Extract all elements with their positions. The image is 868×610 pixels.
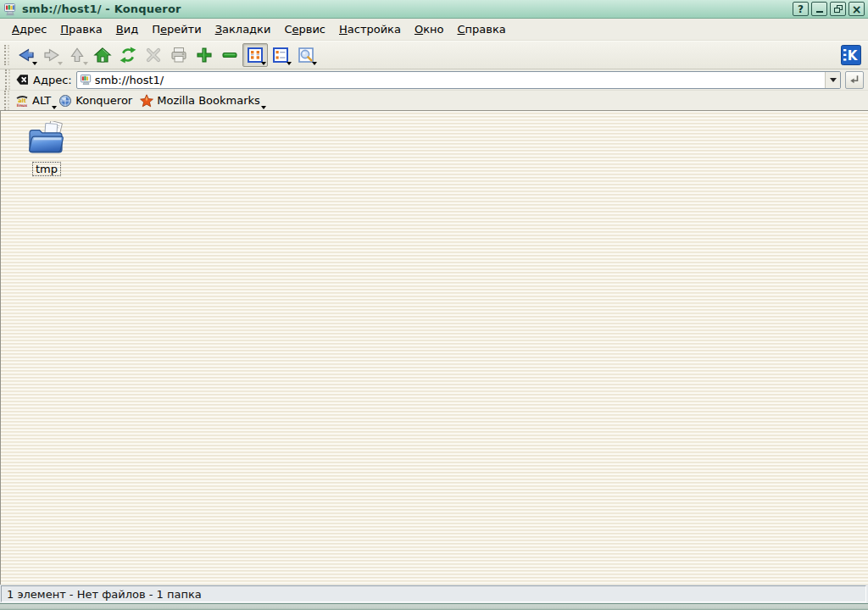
dropdown-indicator <box>261 106 266 109</box>
dropdown-indicator <box>32 62 37 65</box>
bookmark-item-alt[interactable]: alt linux ALT <box>14 93 57 108</box>
printer-icon <box>170 46 188 64</box>
menu-label-part: А <box>12 23 19 36</box>
menu-item-tools[interactable]: Сервис <box>277 19 332 39</box>
location-toolbar: Адрес: <box>0 69 868 91</box>
menu-label-part: З <box>215 23 222 36</box>
dropdown-indicator <box>287 62 292 65</box>
menu-label-part: астройка <box>348 23 401 36</box>
menu-label-part: С <box>457 23 465 36</box>
stop-x-icon <box>144 46 163 64</box>
network-monitor-icon <box>3 3 17 16</box>
zoom-out-button[interactable] <box>217 43 242 67</box>
green-plus-icon <box>195 46 214 64</box>
file-view[interactable]: tmp <box>0 110 868 585</box>
menu-label-part: П <box>60 23 69 36</box>
menu-label-part: равка <box>69 23 103 36</box>
icon-view-button[interactable] <box>242 43 268 67</box>
reload-icon <box>119 46 137 64</box>
bookmark-label: Mozilla Bookmarks <box>157 94 260 107</box>
toolbar-drag-handle[interactable] <box>4 91 9 111</box>
home-button[interactable] <box>90 43 115 67</box>
menu-label-part: П <box>152 23 160 36</box>
chevron-down-icon <box>830 78 837 82</box>
menu-label-part: кно <box>423 23 443 36</box>
kde-gear-icon: K <box>841 45 861 65</box>
toolbar-drag-handle[interactable] <box>5 69 10 90</box>
address-combo <box>76 71 841 89</box>
menu-label-part: дрес <box>19 23 47 36</box>
status-bar: 1 элемент - Нет файлов - 1 папка <box>0 585 868 603</box>
minimize-button[interactable] <box>811 2 827 16</box>
preview-button[interactable] <box>293 43 319 67</box>
zoom-in-button[interactable] <box>192 43 217 67</box>
bookmark-label: Konqueror <box>75 94 132 107</box>
list-view-button[interactable] <box>268 43 293 67</box>
reload-button[interactable] <box>115 43 141 67</box>
close-button[interactable]: × <box>849 2 865 16</box>
close-icon: × <box>852 3 862 16</box>
red-star-icon <box>140 94 153 108</box>
svg-text:K: K <box>848 48 859 64</box>
main-toolbar: K <box>0 41 868 69</box>
menu-bar: Адрес Правка Вид Перейти Закладки Сервис… <box>0 19 868 41</box>
menu-label-part: правка <box>465 23 506 36</box>
print-button[interactable] <box>166 43 192 67</box>
address-input[interactable] <box>92 72 825 88</box>
toolbar-drag-handle[interactable] <box>4 45 9 65</box>
bookmark-item-konqueror[interactable]: Konqueror <box>57 93 138 108</box>
file-item-label[interactable]: tmp <box>32 162 61 176</box>
menu-item-edit[interactable]: Правка <box>53 19 108 39</box>
menu-item-help[interactable]: Справка <box>450 19 512 39</box>
restore-button[interactable] <box>830 2 846 16</box>
bookmark-toolbar: alt linux ALT Konqueror Mozilla Bookmark… <box>0 91 868 110</box>
status-text: 1 элемент - Нет файлов - 1 папка <box>7 588 202 601</box>
forward-button[interactable] <box>39 43 64 67</box>
address-dropdown-button[interactable] <box>825 72 840 88</box>
menu-item-settings[interactable]: Настройка <box>332 19 408 39</box>
menu-label-part: О <box>415 23 423 36</box>
menu-label-part: рейти <box>167 23 202 36</box>
menu-label-part: В <box>116 23 124 36</box>
help-glyph: ? <box>798 3 804 15</box>
menu-label-part: рвис <box>298 23 326 36</box>
konqueror-window: smb://host1/ - Konqueror ? × Адрес Правк… <box>0 0 868 610</box>
kde-throbber[interactable]: K <box>837 43 865 68</box>
svg-text:linux: linux <box>17 103 27 108</box>
window-title: smb://host1/ - Konqueror <box>22 3 790 15</box>
window-frame-bottom[interactable] <box>0 603 868 610</box>
alt-linux-icon: alt linux <box>15 94 29 108</box>
file-item-tmp[interactable]: tmp <box>19 121 74 176</box>
address-label: Адрес: <box>33 74 72 86</box>
minimize-icon <box>816 11 823 13</box>
menu-label-part: Н <box>339 23 348 36</box>
menu-item-go[interactable]: Перейти <box>145 19 209 39</box>
clear-location-button[interactable] <box>14 72 30 87</box>
menu-item-window[interactable]: Окно <box>408 19 451 39</box>
konqueror-globe-icon <box>58 94 72 108</box>
menu-item-address[interactable]: Адрес <box>5 19 53 39</box>
stop-button[interactable] <box>141 43 166 67</box>
go-button[interactable] <box>845 71 864 89</box>
dropdown-indicator <box>58 62 63 65</box>
bookmark-item-mozilla-bookmarks[interactable]: Mozilla Bookmarks <box>138 93 266 108</box>
menu-label-part: акладки <box>222 23 270 36</box>
status-panel: 1 элемент - Нет файлов - 1 папка <box>1 585 866 602</box>
menu-label-part: ид <box>124 23 138 36</box>
blue-folder-icon <box>26 121 67 157</box>
title-bar[interactable]: smb://host1/ - Konqueror ? × <box>0 0 868 19</box>
menu-item-view[interactable]: Вид <box>109 19 145 39</box>
menu-label-part: е <box>160 23 167 36</box>
enter-arrow-icon <box>849 74 860 86</box>
restore-icon <box>834 5 843 13</box>
dropdown-indicator <box>83 62 88 65</box>
dropdown-indicator <box>261 62 266 65</box>
dropdown-indicator <box>312 62 317 65</box>
network-monitor-icon <box>80 74 92 86</box>
back-button[interactable] <box>14 43 39 67</box>
menu-item-bookmarks[interactable]: Закладки <box>209 19 278 39</box>
up-button[interactable] <box>64 43 90 67</box>
bookmark-label: ALT <box>32 94 51 107</box>
green-minus-icon <box>220 46 239 64</box>
help-window-button[interactable]: ? <box>793 2 809 16</box>
